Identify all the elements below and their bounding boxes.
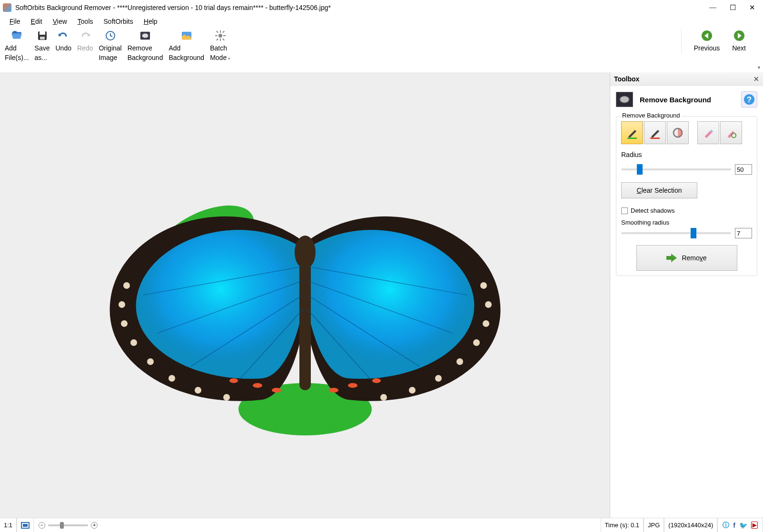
add-background-button[interactable]: AddBackground — [166, 30, 207, 62]
svg-point-22 — [119, 301, 125, 308]
pencil-red-icon — [648, 126, 662, 139]
fit-screen-button[interactable] — [17, 518, 34, 532]
svg-point-35 — [409, 387, 416, 394]
detect-shadows-row[interactable]: Detect shadows — [621, 207, 752, 214]
svg-rect-14 — [216, 39, 218, 41]
status-time: Time (s): 0.1 — [601, 518, 644, 532]
zoom-ratio-button[interactable]: 1:1 — [0, 518, 17, 532]
folder-open-icon — [10, 30, 23, 42]
svg-rect-2 — [40, 37, 45, 39]
menu-tools[interactable]: Tools — [73, 16, 98, 27]
pencil-green-icon — [625, 126, 639, 139]
window-title: SoftOrbits Background Remover - ****Unre… — [15, 4, 709, 11]
clear-selection-button[interactable]: Clear Selection — [621, 182, 697, 198]
svg-point-42 — [229, 378, 238, 383]
toolbox-header: Toolbox ✕ — [610, 72, 763, 86]
youtube-icon[interactable]: ▶ — [751, 522, 758, 529]
deselect-tool[interactable] — [697, 121, 719, 144]
smoothing-slider-row — [621, 228, 752, 238]
menu-softorbits[interactable]: SoftOrbits — [99, 16, 138, 27]
image-canvas[interactable] — [0, 72, 610, 518]
remove-bg-icon — [139, 30, 151, 42]
svg-rect-13 — [222, 31, 225, 33]
preview-image — [86, 143, 524, 447]
toolbox-close-icon[interactable]: ✕ — [753, 75, 759, 83]
svg-point-37 — [253, 383, 262, 388]
refresh-tool[interactable] — [720, 121, 742, 144]
undo-button[interactable]: Undo — [52, 30, 74, 53]
original-image-button[interactable]: OriginalImage — [96, 30, 124, 62]
add-files-button[interactable]: AddFile(s)... — [2, 30, 32, 62]
toolbar: AddFile(s)... Saveas... Undo Redo Origin… — [0, 28, 763, 72]
menu-edit[interactable]: Edit — [26, 16, 47, 27]
smoothing-slider[interactable] — [621, 232, 731, 234]
radius-slider[interactable] — [621, 168, 731, 170]
twitter-icon[interactable]: 🐦 — [739, 522, 747, 529]
svg-point-32 — [473, 339, 480, 346]
svg-point-29 — [480, 282, 487, 289]
redo-button[interactable]: Redo — [74, 30, 96, 53]
social-links: ⓘ f 🐦 ▶ — [717, 518, 763, 532]
smoothing-value-input[interactable] — [735, 228, 752, 238]
minimize-button[interactable]: — — [709, 3, 716, 12]
zoom-in-button[interactable]: + — [91, 522, 98, 529]
gear-icon — [214, 30, 227, 42]
menu-file[interactable]: File — [5, 16, 25, 27]
svg-point-39 — [348, 383, 357, 388]
save-as-button[interactable]: Saveas... — [32, 30, 53, 62]
svg-point-23 — [121, 320, 128, 327]
next-button[interactable]: Next — [729, 30, 749, 53]
menu-view[interactable]: View — [48, 16, 72, 27]
red-marker-tool[interactable] — [644, 121, 666, 144]
zoom-slider[interactable] — [48, 524, 88, 526]
main-area: Toolbox ✕ Remove Background ? Remove Bac… — [0, 72, 763, 518]
undo-icon — [57, 30, 69, 42]
zoom-out-button[interactable]: − — [39, 522, 45, 529]
checkbox-icon[interactable] — [621, 207, 628, 214]
svg-rect-44 — [299, 262, 311, 390]
fit-icon — [21, 522, 30, 529]
maximize-button[interactable]: ☐ — [730, 3, 736, 12]
arrow-left-icon — [701, 30, 713, 42]
svg-point-7 — [218, 34, 222, 38]
svg-rect-10 — [215, 35, 218, 36]
toolbox-title: Toolbox — [614, 75, 639, 83]
svg-point-28 — [223, 394, 230, 401]
eraser-tool[interactable] — [667, 121, 689, 144]
zoom-slider-widget: − + — [34, 522, 102, 529]
toolbox-panel: Toolbox ✕ Remove Background ? Remove Bac… — [610, 72, 763, 518]
toolbar-label: RemoveBackground — [128, 44, 163, 62]
help-button[interactable]: ? — [741, 91, 757, 108]
svg-rect-1 — [40, 31, 45, 35]
radius-value-input[interactable] — [735, 164, 752, 175]
svg-point-27 — [195, 387, 201, 394]
toolbar-label: BatchMode▾ — [210, 44, 230, 62]
toolbar-label: Saveas... — [35, 44, 50, 62]
toolbar-label: Undo — [55, 44, 71, 53]
svg-point-21 — [123, 282, 130, 289]
previous-button[interactable]: Previous — [691, 30, 723, 53]
green-marker-tool[interactable] — [621, 121, 643, 144]
smoothing-label: Smoothing radius — [621, 219, 752, 226]
svg-rect-12 — [216, 31, 218, 33]
menu-help[interactable]: Help — [139, 16, 162, 27]
svg-point-31 — [483, 320, 489, 327]
checkbox-label: Detect shadows — [631, 207, 675, 214]
add-bg-icon — [180, 30, 193, 42]
panel-title: Remove Background — [640, 96, 711, 104]
remove-button[interactable]: Remove — [636, 245, 737, 271]
app-icon — [3, 3, 11, 12]
svg-point-38 — [272, 388, 281, 393]
remove-background-button[interactable]: RemoveBackground — [125, 30, 166, 62]
facebook-icon[interactable]: f — [733, 522, 735, 529]
remove-bg-group: Remove Background — [616, 116, 757, 276]
svg-rect-47 — [627, 138, 637, 139]
toolbar-overflow-icon[interactable]: ▾ — [758, 65, 760, 70]
marker-tool-row — [621, 121, 752, 144]
toolbar-label: AddBackground — [168, 44, 204, 62]
info-icon[interactable]: ⓘ — [723, 521, 729, 530]
close-button[interactable]: ✕ — [749, 3, 755, 12]
batch-mode-button[interactable]: BatchMode▾ — [207, 30, 233, 62]
status-format: JPG — [644, 518, 664, 532]
svg-point-24 — [130, 339, 137, 346]
